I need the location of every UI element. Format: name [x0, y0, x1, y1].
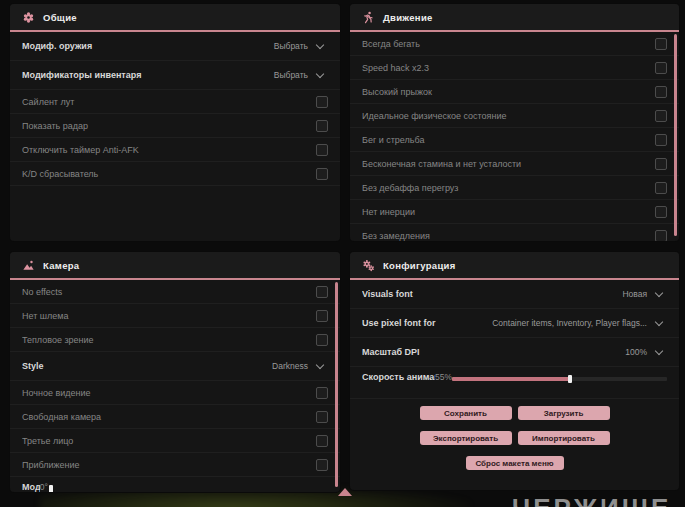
- checkbox[interactable]: [316, 96, 328, 108]
- panel-movement-header[interactable]: Движение: [350, 4, 679, 32]
- import-button[interactable]: Импортировать: [518, 431, 610, 445]
- dropdown-value: Выбрать: [274, 70, 308, 80]
- row-general-1[interactable]: Модификаторы инвентаряВыбрать: [10, 61, 340, 90]
- checkbox[interactable]: [655, 86, 667, 98]
- slider-handle[interactable]: [568, 375, 572, 383]
- row-config-3[interactable]: Скорость анимации55%: [350, 367, 679, 399]
- movement-scrollbar[interactable]: [674, 34, 677, 236]
- panel-title: Конфигурация: [383, 260, 456, 271]
- panel-title: Камера: [43, 260, 79, 271]
- setting-label: Скорость анимации: [362, 372, 435, 382]
- row-movement-8[interactable]: Без замедления: [350, 224, 679, 241]
- background-text: ЧЕРЖИШЕ: [512, 493, 671, 507]
- setting-label: Speed hack x2.3: [362, 63, 655, 73]
- panel-title: Общие: [43, 12, 77, 23]
- checkbox[interactable]: [655, 230, 667, 242]
- setting-label: Style: [22, 361, 272, 371]
- checkbox[interactable]: [316, 120, 328, 132]
- setting-label: Ночное видение: [22, 388, 316, 398]
- slider-track[interactable]: [452, 377, 667, 381]
- checkbox[interactable]: [655, 182, 667, 194]
- checkbox[interactable]: [316, 387, 328, 399]
- panel-camera-header[interactable]: Камера: [10, 252, 340, 280]
- dropdown-value: Новая: [622, 289, 647, 299]
- row-config-0[interactable]: Visuals fontНовая: [350, 280, 679, 309]
- row-camera-8[interactable]: Модификатор FOV0°: [10, 477, 340, 492]
- gear-icon: [22, 11, 35, 24]
- chevron-down-icon: [316, 69, 324, 77]
- row-movement-2[interactable]: Высокий прыжок: [350, 80, 679, 104]
- setting-label: Use pixel font for: [362, 318, 492, 328]
- row-general-2[interactable]: Сайлент лут: [10, 90, 340, 114]
- panel-title: Движение: [383, 12, 433, 23]
- row-camera-1[interactable]: Нет шлема: [10, 304, 340, 328]
- dropdown-general-1[interactable]: Выбрать: [274, 70, 328, 80]
- row-movement-5[interactable]: Бесконечная стамина и нет усталости: [350, 152, 679, 176]
- checkbox[interactable]: [316, 286, 328, 298]
- checkbox[interactable]: [655, 38, 667, 50]
- row-camera-0[interactable]: No effects: [10, 280, 340, 304]
- row-camera-2[interactable]: Тепловое зрение: [10, 328, 340, 352]
- row-movement-1[interactable]: Speed hack x2.3: [350, 56, 679, 80]
- cheat-menu-overlay: ЧЕРЖИШЕ Общие Модиф. оружияВыбратьМодифи…: [0, 0, 685, 507]
- setting-label: Третье лицо: [22, 436, 316, 446]
- row-movement-4[interactable]: Бег и стрельба: [350, 128, 679, 152]
- row-movement-3[interactable]: Идеальное физическое состояние: [350, 104, 679, 128]
- row-camera-5[interactable]: Свободная камера: [10, 405, 340, 429]
- panel-camera: Камера No effectsНет шлемаТепловое зрени…: [10, 252, 340, 492]
- checkbox[interactable]: [316, 144, 328, 156]
- checkbox[interactable]: [316, 168, 328, 180]
- panel-general: Общие Модиф. оружияВыбратьМодификаторы и…: [10, 4, 340, 241]
- slider-track[interactable]: [48, 487, 328, 491]
- dropdown-config-0[interactable]: Новая: [622, 289, 667, 299]
- checkbox[interactable]: [655, 206, 667, 218]
- row-movement-7[interactable]: Нет инерции: [350, 200, 679, 224]
- dropdown-camera-3[interactable]: Darkness: [272, 361, 328, 371]
- row-general-4[interactable]: Отключить таймер Anti-AFK: [10, 138, 340, 162]
- row-general-5[interactable]: K/D сбрасыватель: [10, 162, 340, 186]
- panel-config-header[interactable]: Конфигурация: [350, 252, 679, 280]
- row-movement-6[interactable]: Без дебаффа перегруз: [350, 176, 679, 200]
- row-config-1[interactable]: Use pixel font forContainer items, Inven…: [350, 309, 679, 338]
- row-camera-7[interactable]: Приближение: [10, 453, 340, 477]
- checkbox[interactable]: [316, 411, 328, 423]
- checkbox[interactable]: [316, 334, 328, 346]
- checkbox[interactable]: [655, 110, 667, 122]
- save-button[interactable]: Сохранить: [420, 406, 512, 420]
- checkbox[interactable]: [316, 435, 328, 447]
- resize-grip-icon[interactable]: [338, 488, 352, 496]
- runner-icon: [362, 11, 375, 24]
- reset-layout-button[interactable]: Сброс макета меню: [466, 456, 564, 470]
- slider-fill: [452, 377, 570, 381]
- setting-label: Масштаб DPI: [362, 347, 625, 357]
- gears-icon: [362, 259, 375, 272]
- row-camera-3[interactable]: StyleDarkness: [10, 352, 340, 381]
- row-camera-4[interactable]: Ночное видение: [10, 381, 340, 405]
- panel-config: Конфигурация Visuals fontНоваяUse pixel …: [350, 252, 679, 490]
- row-camera-6[interactable]: Третье лицо: [10, 429, 340, 453]
- row-general-0[interactable]: Модиф. оружияВыбрать: [10, 32, 340, 61]
- dropdown-config-1[interactable]: Container items, Inventory, Player flags…: [492, 318, 667, 328]
- checkbox[interactable]: [655, 134, 667, 146]
- export-button[interactable]: Экспортировать: [420, 431, 512, 445]
- checkbox[interactable]: [316, 459, 328, 471]
- movement-rows: Всегда бегатьSpeed hack x2.3Высокий прыж…: [350, 32, 679, 241]
- checkbox[interactable]: [655, 62, 667, 74]
- config-buttons: Сохранить Загрузить Экспортировать Импор…: [350, 399, 679, 470]
- row-movement-0[interactable]: Всегда бегать: [350, 32, 679, 56]
- checkbox[interactable]: [655, 158, 667, 170]
- setting-label: Модиф. оружия: [22, 41, 274, 51]
- slider-handle[interactable]: [49, 485, 53, 492]
- row-general-3[interactable]: Показать радар: [10, 114, 340, 138]
- checkbox[interactable]: [316, 310, 328, 322]
- config-rows: Visuals fontНоваяUse pixel font forConta…: [350, 280, 679, 490]
- panel-general-header[interactable]: Общие: [10, 4, 340, 32]
- dropdown-config-2[interactable]: 100%: [625, 347, 667, 357]
- load-button[interactable]: Загрузить: [518, 406, 610, 420]
- row-config-2[interactable]: Масштаб DPI100%: [350, 338, 679, 367]
- setting-label: No effects: [22, 287, 316, 297]
- dropdown-value: 100%: [625, 347, 647, 357]
- camera-scrollbar[interactable]: [335, 282, 338, 487]
- setting-label: K/D сбрасыватель: [22, 169, 316, 179]
- dropdown-general-0[interactable]: Выбрать: [274, 41, 328, 51]
